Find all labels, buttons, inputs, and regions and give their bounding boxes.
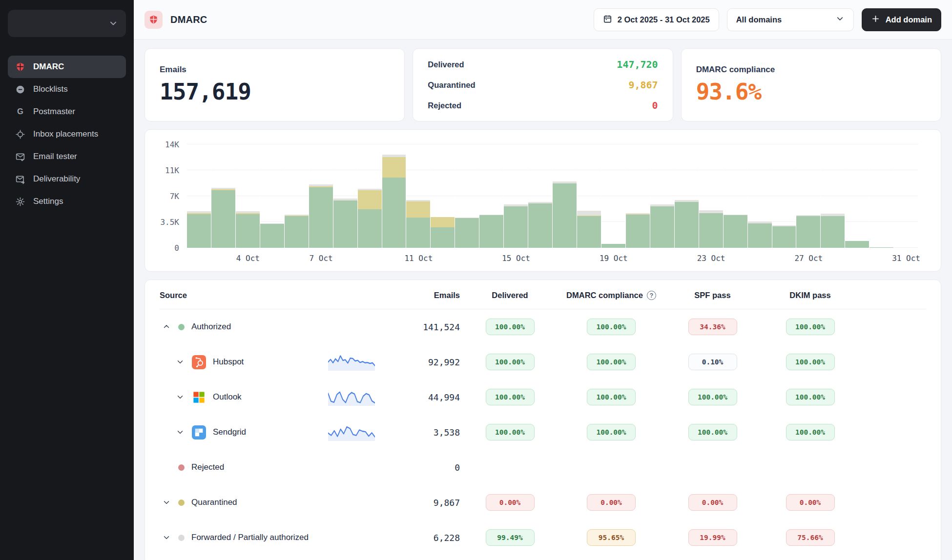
hubspot-logo-icon (192, 355, 206, 369)
sidebar-item-label: DMARC (33, 62, 64, 72)
y-tick-label: 0 (174, 243, 179, 253)
delivered-badge: 100.00% (486, 354, 535, 370)
emails-card: Emails 157,619 (145, 48, 405, 121)
sidebar-item-dmarc[interactable]: DMARC (8, 56, 126, 78)
volume-sparkline (328, 351, 375, 371)
quarantined-row: Quarantined 9,867 (428, 79, 658, 91)
bar-25-oct (748, 144, 772, 248)
delivered-row: Delivered 147,720 (428, 59, 658, 70)
emails-count: 3,538 (377, 427, 460, 438)
delivered-badge: 99.49% (486, 529, 535, 546)
dmarc-badge: 0.00% (587, 494, 636, 511)
table-row-hubspot[interactable]: Hubspot92,992100.00%100.00%0.10%100.00% (160, 344, 926, 380)
sidebar-item-label: Deliverability (33, 174, 80, 184)
chevron-up-icon[interactable] (162, 322, 171, 332)
table-row-rejected[interactable]: Rejected0 (160, 450, 926, 485)
rejected-status-dot (178, 464, 185, 471)
table-row-outlook[interactable]: Outlook44,994100.00%100.00%100.00%100.00… (160, 380, 926, 415)
source-name: Rejected (191, 462, 224, 472)
dmarc-badge: 100.00% (587, 354, 636, 370)
sidebar-menu: DMARCBlocklistsGPostmasterInbox placemen… (8, 56, 126, 213)
sidebar-item-email-tester[interactable]: Email tester (8, 145, 126, 168)
sources-table: Source Emails Delivered DMARC compliance… (145, 280, 941, 560)
y-tick-label: 11K (165, 166, 179, 175)
compliance-value: 93.6% (696, 79, 926, 105)
chevron-down-icon (108, 19, 118, 28)
date-range-button[interactable]: 2 Oct 2025 - 31 Oct 2025 (594, 8, 719, 31)
page-title: DMARC (170, 14, 207, 25)
bar-14-oct (479, 144, 504, 248)
sidebar-item-blocklists[interactable]: Blocklists (8, 78, 126, 100)
sidebar-item-settings[interactable]: Settings (8, 190, 126, 213)
workspace-switcher[interactable] (8, 10, 126, 37)
dkim-badge: 100.00% (786, 319, 835, 335)
help-icon[interactable]: ? (647, 291, 656, 300)
outlook-logo-icon (192, 390, 206, 404)
chevron-down-icon (835, 14, 845, 25)
table-row-authorized[interactable]: Authorized141,524100.00%100.00%34.36%100… (160, 309, 926, 344)
chart-x-axis: 4 Oct7 Oct11 Oct15 Oct19 Oct23 Oct27 Oct… (187, 248, 918, 266)
table-row-quarantined[interactable]: Quarantined9,8670.00%0.00%0.00%0.00% (160, 485, 926, 520)
bar-27-oct (796, 144, 821, 248)
emails-count: 0 (377, 462, 460, 473)
emails-value: 157,619 (160, 79, 390, 105)
x-tick-label: 4 Oct (236, 254, 260, 263)
dkim-badge: 75.66% (786, 529, 835, 546)
sidebar-item-deliverability[interactable]: Deliverability (8, 168, 126, 190)
date-range-label: 2 Oct 2025 - 31 Oct 2025 (618, 15, 710, 24)
dmarc-badge: 100.00% (587, 389, 636, 405)
emails-count: 6,228 (377, 533, 460, 543)
chevron-down-icon[interactable] (175, 392, 185, 402)
breakdown-card: Delivered 147,720 Quarantined 9,867 Reje… (413, 48, 673, 121)
spf-badge: 19.99% (688, 529, 737, 546)
y-tick-label: 3.5K (160, 218, 179, 227)
spf-badge: 100.00% (688, 424, 737, 440)
spf-badge: 34.36% (688, 319, 737, 335)
bar-30-oct (869, 144, 894, 248)
sidebar-item-label: Settings (33, 197, 63, 206)
add-domain-button[interactable]: Add domain (862, 8, 941, 31)
bar-16-oct (528, 144, 553, 248)
crosshair-icon (15, 129, 26, 140)
domain-filter-value: All domains (736, 15, 782, 24)
sidebar-item-label: Blocklists (33, 84, 68, 94)
x-tick-label: 15 Oct (502, 254, 530, 263)
domain-filter-select[interactable]: All domains (727, 8, 854, 31)
bar-31-oct (894, 144, 918, 248)
y-tick-label: 14K (165, 140, 179, 149)
bar-23-oct (699, 144, 724, 248)
table-row-sendgrid[interactable]: Sendgrid3,538100.00%100.00%100.00%100.00… (160, 415, 926, 450)
bar-17-oct (553, 144, 577, 248)
chevron-down-icon[interactable] (175, 357, 185, 367)
col-emails: Emails (377, 291, 460, 300)
circle-minus-icon (15, 84, 26, 95)
chevron-down-icon[interactable] (175, 427, 185, 437)
bar-19-oct (601, 144, 626, 248)
dkim-badge: 100.00% (786, 389, 835, 405)
chevron-down-icon[interactable] (162, 533, 171, 542)
emails-label: Emails (160, 65, 390, 75)
bar-3-oct (211, 144, 236, 248)
compliance-label: DMARC compliance (696, 65, 926, 75)
quarantined-label: Quarantined (428, 80, 475, 90)
sidebar-item-inbox-placements[interactable]: Inbox placements (8, 123, 126, 145)
volume-sparkline (328, 386, 375, 406)
chevron-down-icon[interactable] (162, 498, 171, 507)
gear-icon (15, 196, 26, 207)
bar-11-oct (406, 144, 431, 248)
table-row-forwarded-partially-authorized[interactable]: Forwarded / Partially authorized6,22899.… (160, 520, 926, 555)
dmarc-badge: 100.00% (587, 424, 636, 440)
quarantined-status-dot (178, 500, 185, 506)
bar-20-oct (626, 144, 650, 248)
spf-badge: 0.00% (688, 494, 737, 511)
sidebar-item-postmaster[interactable]: GPostmaster (8, 100, 126, 123)
quarantined-value: 9,867 (628, 79, 658, 91)
bar-8-oct (333, 144, 358, 248)
source-name: Outlook (213, 392, 242, 402)
stat-cards: Emails 157,619 Delivered 147,720 Quarant… (145, 48, 941, 121)
dkim-badge: 0.00% (786, 494, 835, 511)
bar-22-oct (675, 144, 699, 248)
sidebar-item-label: Inbox placements (33, 129, 98, 139)
y-tick-label: 7K (170, 192, 179, 201)
top-bar: DMARC 2 Oct 2025 - 31 Oct 2025 All domai… (134, 0, 952, 40)
